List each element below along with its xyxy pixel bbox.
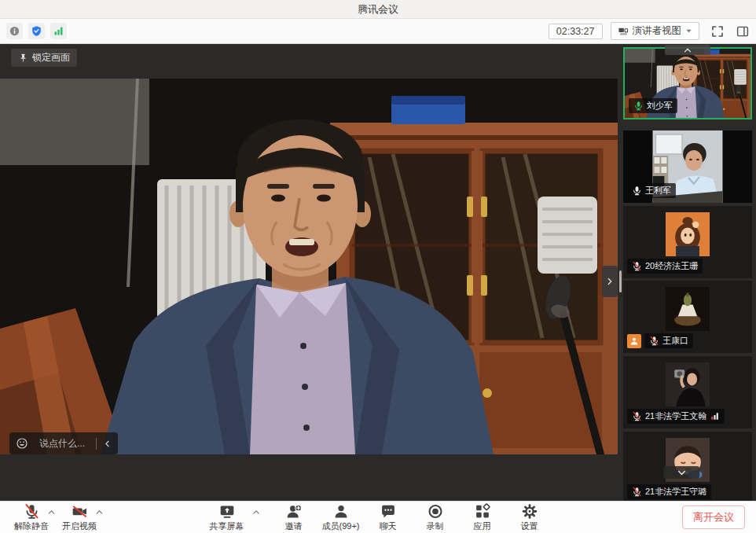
share-screen-label: 共享屏幕: [210, 520, 244, 532]
mic-muted-icon: [24, 503, 40, 520]
chat-label: 聊天: [380, 520, 397, 532]
meeting-timer: 02:33:27: [549, 24, 603, 39]
leave-meeting-button[interactable]: 离开会议: [682, 505, 745, 529]
video-options-chevron[interactable]: [95, 508, 104, 516]
info-icon: [9, 25, 20, 37]
lock-view-label: 锁定画面: [32, 51, 70, 64]
shield-icon: [31, 25, 42, 37]
settings-label: 设置: [521, 520, 538, 532]
view-mode-label: 演讲者视图: [633, 24, 682, 38]
meeting-toolbar: 解除静音 开启视频 共享屏幕 邀请 成员(99+): [0, 501, 756, 533]
participant-name: 21非法学王守璐: [645, 486, 706, 498]
poor-network-icon: [710, 411, 720, 421]
gear-icon: [521, 503, 538, 520]
lock-view-button[interactable]: 锁定画面: [11, 49, 77, 67]
meeting-header: 02:33:27 演讲者视图: [0, 19, 756, 44]
participant-nameplate: 刘少军: [629, 98, 677, 113]
quick-chat-bar: 说点什么...: [9, 432, 118, 454]
record-button[interactable]: 录制: [417, 503, 454, 532]
apps-button[interactable]: 应用: [464, 503, 501, 532]
share-screen-button[interactable]: 共享屏幕: [208, 503, 246, 532]
participant-tile-wangshan[interactable]: 20经济法王珊: [623, 206, 752, 278]
chat-bar-divider: [96, 438, 97, 450]
fullscreen-button[interactable]: [710, 24, 725, 39]
share-screen-icon: [218, 503, 235, 520]
mic-speaking-icon: [633, 101, 644, 111]
participant-nameplate: 王康口: [627, 333, 693, 348]
sidebar-divider: [619, 270, 622, 292]
invite-person-icon: [285, 503, 302, 520]
sidebar-collapse-handle[interactable]: [602, 266, 618, 297]
members-person-icon: [332, 503, 349, 520]
chat-button[interactable]: 聊天: [369, 503, 407, 532]
mic-muted-icon: [632, 487, 642, 497]
camera-off-icon: [72, 503, 88, 520]
participant-avatar: [666, 212, 710, 256]
chevron-left-icon[interactable]: [103, 439, 112, 448]
invite-button[interactable]: 邀请: [275, 503, 313, 532]
window-titlebar: 腾讯会议: [0, 0, 756, 19]
apps-label: 应用: [474, 520, 491, 532]
invite-label: 邀请: [285, 520, 303, 532]
main-speaker-video: [0, 79, 618, 454]
mic-muted-icon: [632, 261, 642, 271]
chevron-right-icon: [605, 277, 615, 286]
meeting-info-button[interactable]: [6, 23, 23, 39]
participant-tile-wang-lijun[interactable]: 王利军: [623, 130, 752, 203]
start-video-button[interactable]: 开启视频: [61, 503, 98, 532]
mic-muted-icon: [632, 411, 642, 421]
layout-icon: [618, 26, 629, 37]
chevron-down-icon: [677, 468, 687, 478]
participants-scroll-down-button[interactable]: [663, 466, 699, 479]
pin-icon: [18, 53, 28, 63]
unmute-button[interactable]: 解除静音: [13, 503, 50, 532]
person-badge-icon: [627, 334, 641, 348]
main-speaker-video-frame: [0, 79, 618, 454]
participant-tile-wang-wenhan[interactable]: 21非法学王文翰: [623, 356, 752, 428]
settings-button[interactable]: 设置: [511, 503, 549, 532]
security-button[interactable]: [28, 23, 45, 39]
share-options-chevron[interactable]: [252, 508, 261, 516]
participant-name: 20经济法王珊: [645, 260, 698, 272]
network-status-button[interactable]: [50, 23, 67, 39]
chat-bubble-icon: [380, 503, 396, 520]
participant-nameplate: 20经济法王珊: [627, 259, 703, 274]
participant-nameplate: 21非法学王文翰: [627, 409, 725, 424]
audio-options-chevron[interactable]: [47, 508, 56, 516]
tencent-meeting-window: 腾讯会议 02:33:27 演讲者视图 锁定画面: [0, 0, 756, 533]
participant-nameplate: 21非法学王守璐: [627, 484, 711, 499]
signal-bars-icon: [53, 25, 64, 37]
mic-muted-icon: [649, 336, 659, 346]
chevron-up-icon: [683, 46, 692, 55]
caret-down-icon: [685, 28, 692, 35]
participant-avatar: [666, 287, 710, 331]
participant-name: 刘少军: [647, 100, 673, 112]
unmute-label: 解除静音: [14, 520, 49, 532]
members-button[interactable]: 成员(99+): [322, 503, 360, 532]
participant-name: 21非法学王文翰: [645, 410, 706, 422]
record-label: 录制: [427, 520, 444, 532]
side-panel-toggle-button[interactable]: [736, 24, 750, 39]
mic-on-icon: [632, 186, 642, 196]
participant-avatar: [666, 362, 710, 406]
emoji-icon[interactable]: [16, 437, 28, 450]
participant-name: 王利军: [645, 185, 671, 197]
apps-grid-icon: [474, 503, 490, 520]
participants-scroll-up-button[interactable]: [665, 45, 710, 55]
participant-nameplate: 王利军: [627, 183, 676, 198]
members-label: 成员(99+): [322, 520, 360, 532]
meeting-stage: 锁定画面 说点什么... 刘少军: [0, 44, 756, 501]
participant-name: 王康口: [662, 335, 688, 347]
participant-tile-wangkang[interactable]: 王康口: [623, 281, 752, 353]
participant-tile-liu-shaojun[interactable]: 刘少军: [623, 47, 752, 119]
window-title: 腾讯会议: [358, 2, 398, 17]
start-video-label: 开启视频: [62, 520, 97, 532]
record-circle-icon: [427, 503, 443, 520]
chat-input-placeholder[interactable]: 说点什么...: [35, 437, 90, 450]
view-mode-dropdown[interactable]: 演讲者视图: [611, 22, 700, 40]
